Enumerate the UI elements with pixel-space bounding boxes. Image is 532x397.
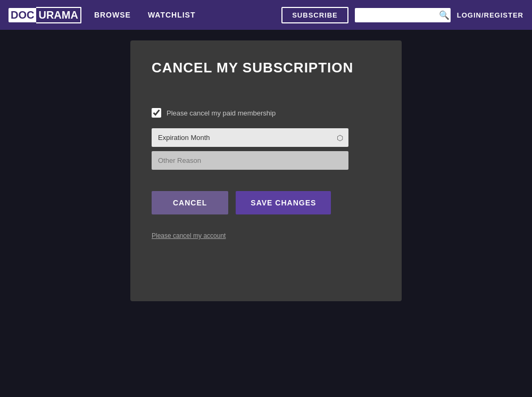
login-register-link[interactable]: LOGIN/REGISTER <box>457 11 523 19</box>
logo-urama: URAMA <box>36 7 81 23</box>
checkbox-row: Please cancel my paid membership <box>152 108 380 118</box>
reason-input[interactable] <box>152 151 348 170</box>
logo-doc: DOC <box>9 8 36 22</box>
search-input[interactable] <box>359 11 439 19</box>
search-box: 🔍 <box>355 8 451 22</box>
checkbox-label: Please cancel my paid membership <box>167 109 276 117</box>
logo[interactable]: DOCURAMA <box>9 7 81 23</box>
card-title: CANCEL MY SUBSCRIPTION <box>152 60 380 76</box>
page-background: CANCEL MY SUBSCRIPTION Please cancel my … <box>0 30 532 397</box>
subscribe-button[interactable]: SUBSCRIBE <box>281 7 348 23</box>
nav-browse[interactable]: BROWSE <box>94 11 131 19</box>
save-changes-button[interactable]: SAVE CHANGES <box>236 191 331 214</box>
cancel-membership-checkbox[interactable] <box>152 108 161 118</box>
navbar: DOCURAMA BROWSE WATCHLIST SUBSCRIBE 🔍 LO… <box>0 0 532 30</box>
cancel-button[interactable]: CANCEL <box>152 191 228 214</box>
cancel-subscription-card: CANCEL MY SUBSCRIPTION Please cancel my … <box>130 40 402 301</box>
cancel-account-link[interactable]: Please cancel my account <box>152 232 226 239</box>
search-icon[interactable]: 🔍 <box>439 10 450 20</box>
nav-watchlist[interactable]: WATCHLIST <box>148 11 196 19</box>
expiration-month-wrapper: Expiration Month January February March … <box>152 128 348 147</box>
expiration-month-select[interactable]: Expiration Month January February March … <box>152 128 348 147</box>
action-buttons: CANCEL SAVE CHANGES <box>152 191 380 214</box>
